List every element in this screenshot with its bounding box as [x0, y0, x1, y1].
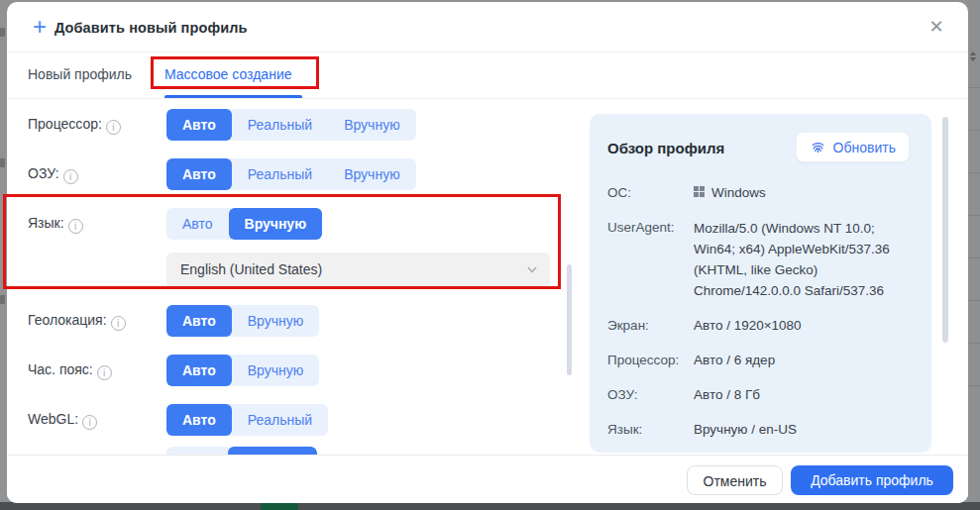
- backdrop-right-strip: [968, 0, 980, 510]
- timezone-option-manual[interactable]: Вручную: [232, 355, 320, 386]
- backdrop-text-fragment: [0, 28, 5, 37]
- ram-label: ОЗУ:: [28, 165, 59, 181]
- language-overview-value: Вручную / en-US: [694, 420, 797, 440]
- backdrop-row-line: [968, 87, 980, 88]
- tab-bar: Новый профиль Массовое создание: [7, 52, 968, 99]
- modal-scrollbar[interactable]: [942, 117, 948, 343]
- geolocation-option-manual[interactable]: Вручную: [232, 305, 320, 337]
- fingerprint-icon: [810, 139, 826, 155]
- processor-label: Процессор:: [28, 116, 102, 132]
- language-overview-label: Язык:: [607, 420, 694, 440]
- ram-overview-value: Авто / 8 Гб: [694, 385, 760, 405]
- info-icon[interactable]: i: [106, 120, 121, 135]
- overview-row-useragent: UserAgent: Mozilla/5.0 (Windows NT 10.0;…: [607, 218, 914, 301]
- geolocation-label: Геолокация:: [28, 312, 107, 328]
- info-icon[interactable]: i: [63, 169, 78, 184]
- language-segmented-control: Авто Вручную: [166, 208, 322, 240]
- info-icon[interactable]: i: [68, 219, 83, 234]
- language-select-value: English (United States): [180, 261, 322, 277]
- modal-footer: Отменить Добавить профиль: [7, 455, 968, 503]
- overview-row-ram: ОЗУ: Авто / 8 Гб: [607, 385, 914, 405]
- ram-overview-label: ОЗУ:: [607, 385, 694, 405]
- plus-icon: +: [28, 15, 52, 39]
- modal-body: Процессор:i Авто Реальный Вручную ОЗУ:i …: [7, 101, 968, 455]
- ram-segmented-control: Авто Реальный Вручную: [166, 158, 416, 190]
- useragent-label: UserAgent:: [607, 218, 694, 301]
- ram-option-manual[interactable]: Вручную: [328, 158, 416, 190]
- backdrop-row-line: [968, 385, 980, 386]
- chevron-down-icon: [526, 263, 538, 275]
- processor-option-auto[interactable]: Авто: [166, 109, 232, 141]
- screen-value: Авто / 1920×1080: [694, 316, 802, 336]
- language-select[interactable]: English (United States): [166, 253, 550, 288]
- overview-row-os: ОС: Windows: [607, 183, 914, 203]
- webgl-option-auto[interactable]: Авто: [166, 404, 232, 436]
- left-column-scrollbar[interactable]: [567, 264, 572, 375]
- backdrop-row-line: [968, 215, 980, 216]
- webgl-segmented-control: Авто Реальный: [166, 404, 328, 436]
- useragent-value: Mozilla/5.0 (Windows NT 10.0; Win64; x64…: [694, 218, 914, 301]
- screen-label: Экран:: [607, 316, 694, 336]
- cancel-button[interactable]: Отменить: [687, 465, 783, 495]
- tab-bulk-create[interactable]: Массовое создание: [164, 66, 291, 82]
- processor-overview-label: Процессор:: [607, 351, 694, 370]
- overview-row-language: Язык: Вручную / en-US: [607, 420, 914, 440]
- backdrop-bottom-bar: [0, 502, 980, 510]
- tab-new-profile[interactable]: Новый профиль: [28, 66, 132, 82]
- overview-row-processor: Процессор: Авто / 6 ядер: [607, 351, 914, 370]
- refresh-profile-button[interactable]: Обновить: [796, 132, 910, 162]
- backdrop-green-segment: [261, 502, 298, 510]
- add-profile-button[interactable]: Добавить профиль: [791, 465, 953, 495]
- os-value: Windows: [711, 185, 766, 200]
- windows-icon: [694, 186, 706, 198]
- refresh-button-label: Обновить: [833, 140, 896, 155]
- geolocation-option-auto[interactable]: Авто: [166, 305, 232, 337]
- processor-segmented-control: Авто Реальный Вручную: [166, 109, 416, 141]
- language-option-manual[interactable]: Вручную: [229, 208, 323, 240]
- ram-option-real[interactable]: Реальный: [232, 158, 328, 190]
- partial-segmented-control[interactable]: [166, 447, 317, 455]
- backdrop-row-line: [968, 300, 980, 301]
- modal-title: Добавить новый профиль: [54, 20, 248, 36]
- timezone-segmented-control: Авто Вручную: [166, 355, 319, 386]
- backdrop-row-line: [968, 172, 980, 173]
- processor-option-manual[interactable]: Вручную: [328, 109, 416, 141]
- webgl-option-real[interactable]: Реальный: [232, 404, 328, 436]
- active-tab-underline: [164, 95, 302, 98]
- info-icon[interactable]: i: [82, 415, 97, 430]
- webgl-label: WebGL:: [28, 411, 78, 427]
- backdrop-row-line: [968, 343, 980, 344]
- overview-row-screen: Экран: Авто / 1920×1080: [607, 316, 914, 336]
- geolocation-segmented-control: Авто Вручную: [166, 305, 319, 337]
- modal-header: + Добавить новый профиль ✕: [7, 2, 968, 52]
- language-option-auto[interactable]: Авто: [166, 208, 229, 240]
- timezone-label: Час. пояс:: [28, 361, 93, 377]
- language-label: Язык:: [28, 215, 64, 231]
- backdrop-row-line: [968, 130, 980, 131]
- backdrop-row-line: [968, 257, 980, 258]
- processor-overview-value: Авто / 6 ядер: [694, 351, 775, 370]
- processor-option-real[interactable]: Реальный: [232, 109, 328, 141]
- info-icon[interactable]: i: [97, 365, 112, 380]
- timezone-option-auto[interactable]: Авто: [166, 355, 232, 386]
- info-icon[interactable]: i: [111, 316, 126, 331]
- add-profile-modal: + Добавить новый профиль ✕ Новый профиль…: [7, 2, 968, 503]
- background-sort-arrows: [970, 51, 977, 63]
- backdrop-text-fragment: [0, 158, 5, 167]
- ram-option-auto[interactable]: Авто: [166, 158, 232, 190]
- profile-overview-panel: Обзор профиля Обновить ОС: Windows UserA…: [590, 114, 931, 453]
- overview-title: Обзор профиля: [607, 140, 724, 156]
- os-label: ОС:: [607, 183, 694, 203]
- backdrop-text-fragment: [0, 295, 5, 304]
- close-icon[interactable]: ✕: [926, 17, 946, 37]
